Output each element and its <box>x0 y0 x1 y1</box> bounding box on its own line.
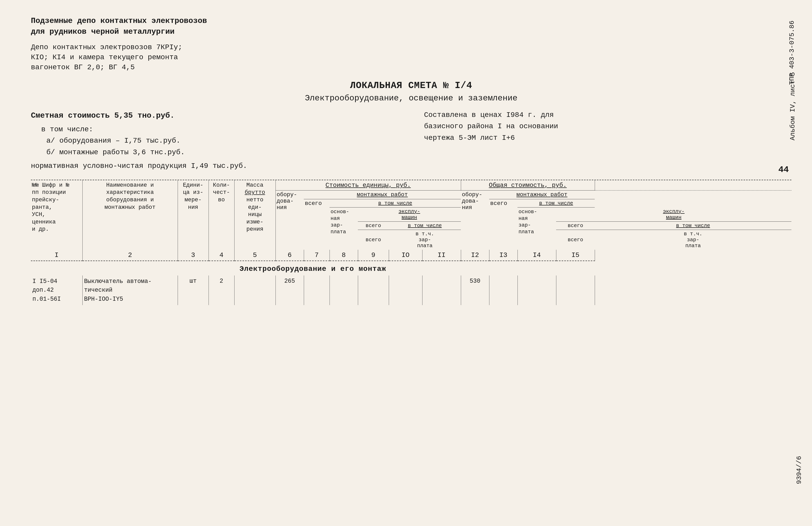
document-subtitle: Электрооборудование, освещение и заземле… <box>31 93 792 103</box>
column-numbers-row: I 2 3 4 5 6 7 8 9 IO II I2 I3 I4 I5 <box>31 250 792 261</box>
col-num-12: I2 <box>461 250 489 261</box>
main-table-wrapper: №№ Шифр и № пп позиции прейску- ранта, У… <box>31 180 792 305</box>
header-machine-op: эксплу- машин <box>358 207 461 221</box>
col-num-3: 3 <box>178 250 208 261</box>
subtitle-line2: КIО; КI4 и камера текущего ремонта <box>31 52 792 62</box>
cost-right-line3: чертежа 5-ЭМ лист I+6 <box>424 132 792 144</box>
row1-col12: 530 <box>461 276 489 305</box>
cost-right: Составлена в ценах I984 г. для базисного… <box>398 109 792 172</box>
col-num-11: II <box>422 250 461 261</box>
header-section: Подземные депо контактных электровозов д… <box>31 15 792 73</box>
cost-right-line2: базисного района I на основании <box>424 121 792 132</box>
row1-col13 <box>489 276 518 305</box>
bottom-number: 9394//6 <box>795 456 803 484</box>
row1-col9 <box>358 276 389 305</box>
header-machine-op2: эксплу- машин <box>556 207 792 221</box>
cost-installation: б/ монтажные работы 3,6 тнс.руб. <box>31 147 398 158</box>
cost-equipment: а/ оборудования – I,75 тыс.руб. <box>31 135 398 147</box>
row1-col11 <box>422 276 461 305</box>
header-col3: Едини- ца из- мере- ния <box>178 180 208 250</box>
col-num-2: 2 <box>82 250 178 261</box>
col-num-4: 4 <box>208 250 234 261</box>
header-machine-incl2: в том числе <box>595 221 792 230</box>
col-num-13: I3 <box>489 250 518 261</box>
header-wage-det2: в т.ч. зар- плата <box>389 230 461 250</box>
header-install-total-cell: всего <box>304 199 330 250</box>
header-wage-det1: всего <box>358 230 389 250</box>
col-num-6: 6 <box>275 250 304 261</box>
header-equip-total: обору- дова- ния <box>461 190 489 250</box>
header-col1: №№ Шифр и № пп позиции прейску- ранта, У… <box>31 180 82 250</box>
cost-section: Сметная стоимость 5,35 тно.руб. в том чи… <box>31 109 792 172</box>
col-num-9: 9 <box>358 250 389 261</box>
row1-col1: I I5-04 доп.42 п.01-56I <box>31 276 82 305</box>
page-container: ТПР 403-3-075.86 Альбом IV, лист 5 44 По… <box>31 15 792 505</box>
col-num-15: I5 <box>556 250 595 261</box>
header-install-cost: монтажных работ <box>304 190 461 199</box>
subtitle-line1: Депо контактных электровозов 7КРIу; <box>31 42 792 52</box>
header-col5: Масса брутто нетто еди- ницы изме- рения <box>234 180 275 250</box>
album-text: Альбом IV, лист 5 <box>789 72 797 140</box>
section-title: Электрооборудование и его монтаж <box>31 261 595 276</box>
header-total-cost: Общая стоимость, руб. <box>461 180 595 191</box>
page-number: 44 <box>778 165 789 175</box>
header-base-wage2: основ- ная зар- плата <box>518 207 556 250</box>
header-install-total: монтажных работ <box>489 190 595 199</box>
table-row: I I5-04 доп.42 п.01-56I Выключатель авто… <box>31 276 792 305</box>
col-num-10: IO <box>389 250 422 261</box>
row1-col10 <box>389 276 422 305</box>
row1-col8 <box>330 276 358 305</box>
title-line2: для рудников черной металлургии <box>31 26 792 37</box>
header-incl-label: в том числе <box>330 199 461 207</box>
row1-col14 <box>518 276 556 305</box>
row1-col4: 2 <box>208 276 234 305</box>
cost-left: Сметная стоимость 5,35 тно.руб. в том чи… <box>31 109 398 172</box>
header-machine-all2: всего <box>556 221 595 230</box>
col-num-7: 7 <box>304 250 330 261</box>
header-machine-incl: в том числе <box>389 221 461 230</box>
section-header-row: Электрооборудование и его монтаж <box>31 261 792 276</box>
row1-col15 <box>556 276 595 305</box>
header-col4: Коли- чест- во <box>208 180 234 250</box>
col-num-5: 5 <box>234 250 275 261</box>
header-equip-cost: обору- дова- ния <box>275 190 304 250</box>
cost-right-line1: Составлена в ценах I984 г. для <box>424 109 792 121</box>
cost-total: Сметная стоимость 5,35 тно.руб. <box>31 109 398 122</box>
row1-col5 <box>234 276 275 305</box>
col-num-1: I <box>31 250 82 261</box>
row1-col6: 265 <box>275 276 304 305</box>
header-incl-label2: в том числе <box>518 199 595 207</box>
header-col2: Наименование и характеристика оборудован… <box>82 180 178 250</box>
col-num-14: I4 <box>518 250 556 261</box>
row1-col7 <box>304 276 330 305</box>
cost-including: в том числе: <box>31 124 398 135</box>
header-total-all: всего <box>489 199 518 250</box>
header-machine-all: всего <box>358 221 389 230</box>
col-num-8: 8 <box>330 250 358 261</box>
header-title-block: Подземные депо контактных электровозов д… <box>31 15 792 37</box>
table-header-row: №№ Шифр и № пп позиции прейску- ранта, У… <box>31 180 792 191</box>
cost-normative: нормативная условно-чистая продукция I,4… <box>31 160 398 172</box>
album-number: Альбом IV, лист 5 <box>789 72 797 140</box>
row1-col3: шт <box>178 276 208 305</box>
header-wage-det4: в т.ч. зар- плата <box>595 230 792 250</box>
subtitle-block: Депо контактных электровозов 7КРIу; КIО;… <box>31 42 792 73</box>
subtitle-line3: вагонеток ВГ 2,0; ВГ 4,5 <box>31 62 792 72</box>
title-line1: Подземные депо контактных электровозов <box>31 15 792 26</box>
main-table: №№ Шифр и № пп позиции прейску- ранта, У… <box>31 180 792 305</box>
row1-col2: Выключатель автома- тический ВРН-IOO-IY5 <box>82 276 178 305</box>
header-unit-cost: Стоимость единицы, руб. <box>275 180 461 191</box>
document-title: ЛОКАЛЬНАЯ СМЕТА № I/4 <box>31 80 792 91</box>
header-wage-det3: всего <box>556 230 595 250</box>
header-base-wage: основ- ная зар- плата <box>330 207 358 250</box>
